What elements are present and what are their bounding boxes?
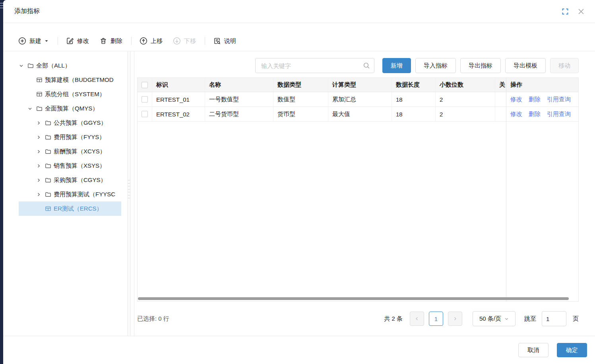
tree-item-label: ER测试（ERCS） [54,205,103,213]
next-page-button [448,312,462,326]
modify-button[interactable]: 修改 [66,37,89,45]
tree-item-label: 费用预算测试（FYYSC [54,191,115,198]
tree-item-all[interactable]: 全部（ALL） [19,58,121,73]
modify-button-label: 修改 [77,37,89,45]
col-header-operation: 操作 [506,78,578,92]
cell-decimal-digits: 2 [436,92,495,106]
row-ref-query-link[interactable]: 引用查询 [547,96,571,103]
cell-id: ERTEST_02 [152,107,205,121]
folder-icon [45,134,54,140]
note-button[interactable]: 说明 [213,37,236,45]
note-button-label: 说明 [224,37,236,45]
pagination-bar: 已选择: 0 行 共 2 条 1 50 条/页 跳至 [137,302,579,336]
delete-button[interactable]: 删除 [99,37,122,45]
tree-item-ercs[interactable]: ER测试（ERCS） [19,201,121,216]
fullscreen-icon[interactable] [561,7,570,16]
tree-toolbar: 新建 修改 删除 [3,23,595,51]
chevron-down-icon[interactable] [19,63,27,68]
col-header-truncated: 关 [495,78,506,92]
cell-truncated [495,107,506,121]
cell-data-length: 18 [392,92,436,106]
pinned-column-divider [506,78,506,301]
dialog-header: 添加指标 [3,0,595,23]
group-tree: 全部（ALL） 预算建模（BUDGETMOD 系统分组（SYSTEM） [3,51,127,336]
row-modify-link[interactable]: 修改 [510,96,522,103]
export-template-button[interactable]: 导出模板 [505,58,546,73]
folder-icon [36,105,45,112]
resizer-grip-icon[interactable] [128,180,130,198]
delete-button-label: 删除 [110,37,122,45]
dialog-title: 添加指标 [14,7,40,15]
import-indicator-button[interactable]: 导入指标 [415,58,456,73]
search-input[interactable] [260,62,363,70]
cell-truncated [495,92,506,106]
chevron-right-icon[interactable] [36,163,45,168]
backdrop-menu-lines [0,3,3,10]
page-number-button[interactable]: 1 [429,312,443,326]
move-up-button-label: 上移 [151,37,163,45]
chevron-right-icon[interactable] [36,135,45,140]
chevron-down-icon[interactable] [27,106,36,111]
tree-item-fyysc[interactable]: 费用预算测试（FYYSC [19,187,121,201]
indicator-table: 标识 名称 数据类型 计算类型 数据长度 小数位数 关 操作 ERTEST_01… [137,77,579,302]
col-header-data-type: 数据类型 [273,78,328,92]
chevron-right-icon[interactable] [36,149,45,154]
table-grid-icon [36,91,45,97]
row-checkbox[interactable] [141,111,148,117]
tree-item-ggys[interactable]: 公共预算（GGYS） [19,116,121,130]
new-button-label: 新建 [29,37,41,45]
add-button[interactable]: 新增 [382,58,411,73]
row-delete-link[interactable]: 删除 [529,110,541,118]
tree-item-system[interactable]: 系统分组（SYSTEM） [19,87,121,101]
chevron-right-icon[interactable] [36,120,45,126]
horizontal-scrollbar[interactable] [138,297,569,300]
folder-icon [27,62,36,69]
jump-page-input[interactable] [542,311,566,326]
export-indicator-button[interactable]: 导出指标 [460,58,501,73]
plus-circle-icon [18,37,26,45]
caret-down-icon [44,39,49,43]
select-all-checkbox[interactable] [141,82,148,88]
tree-item-cgys[interactable]: 采购预算（CGYS） [19,173,121,187]
chevron-right-icon[interactable] [36,178,45,183]
col-header-calc-type: 计算类型 [328,78,392,92]
confirm-button[interactable]: 确定 [557,343,587,357]
cell-data-type: 货币型 [273,107,328,121]
tree-item-fyys[interactable]: 费用预算（FYYS） [19,130,121,144]
cell-name: 一号数值型 [205,92,273,106]
tree-item-label: 公共预算（GGYS） [54,119,107,127]
toolbar-separator [131,37,132,45]
row-delete-link[interactable]: 删除 [529,96,541,103]
row-checkbox[interactable] [141,96,148,103]
panel-resizer[interactable] [127,51,131,336]
move-up-button[interactable]: 上移 [140,37,163,45]
move-down-button: 下移 [173,37,196,45]
tree-item-xcys[interactable]: 薪酬预算（XCYS） [19,144,121,159]
close-icon[interactable] [577,7,585,16]
tree-item-label: 采购预算（CGYS） [54,176,107,184]
cell-name: 二号货币型 [205,107,273,121]
col-header-data-length: 数据长度 [392,78,436,92]
cancel-button[interactable]: 取消 [518,343,548,357]
cell-calc-type: 最大值 [328,107,392,121]
tree-item-label: 销售预算（XSYS） [54,162,105,170]
cell-id: ERTEST_01 [152,92,205,106]
folder-icon [45,120,54,126]
move-down-button-label: 下移 [184,37,196,45]
row-ref-query-link[interactable]: 引用查询 [547,110,571,118]
new-button[interactable]: 新建 [18,37,49,45]
cell-data-length: 18 [392,107,436,121]
chevron-down-icon [504,317,509,321]
tree-item-label: 费用预算（FYYS） [54,134,105,141]
table-grid-icon [36,77,45,83]
table-header-row: 标识 名称 数据类型 计算类型 数据长度 小数位数 关 操作 [138,78,578,92]
tree-item-xsys[interactable]: 销售预算（XSYS） [19,159,121,173]
tree-item-budgetmodel[interactable]: 预算建模（BUDGETMOD [19,73,121,87]
search-icon[interactable] [363,62,370,69]
tree-item-qmys[interactable]: 全面预算（QMYS） [19,101,121,116]
chevron-right-icon[interactable] [36,192,45,197]
page-size-select[interactable]: 50 条/页 [473,311,516,326]
tree-item-label: 薪酬预算（XCYS） [54,148,106,155]
cell-data-type: 数值型 [273,92,328,106]
row-modify-link[interactable]: 修改 [510,110,522,118]
